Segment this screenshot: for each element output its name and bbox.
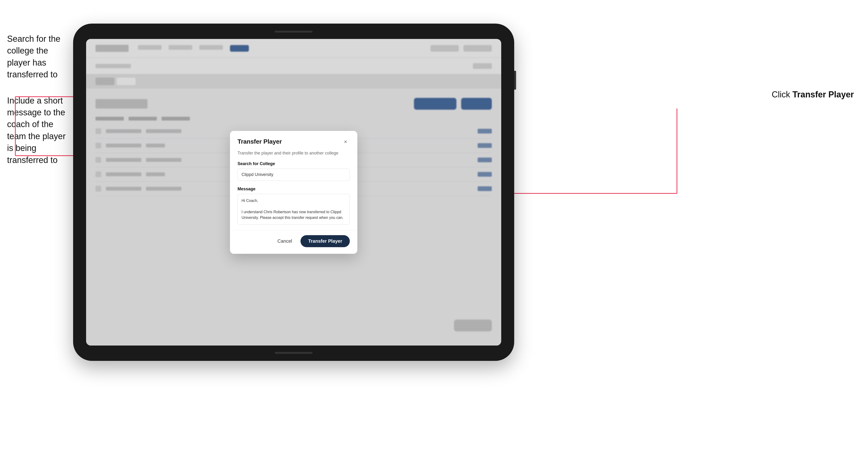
modal-footer: Cancel Transfer Player xyxy=(230,230,357,254)
transfer-player-modal: Transfer Player × Transfer the player an… xyxy=(230,131,357,254)
search-college-label: Search for College xyxy=(238,161,350,166)
modal-subtitle: Transfer the player and their profile to… xyxy=(238,151,350,156)
message-textarea[interactable]: Hi Coach,I understand Chris Robertson ha… xyxy=(238,194,350,224)
search-college-input[interactable] xyxy=(238,168,350,181)
transfer-player-button[interactable]: Transfer Player xyxy=(301,235,350,247)
annotation-click-text: Click xyxy=(772,90,793,99)
ipad-camera xyxy=(275,31,312,33)
annotation-search-text: Search for the college the player has tr… xyxy=(7,33,73,81)
ipad-side-button xyxy=(514,71,516,90)
annotation-left: Search for the college the player has tr… xyxy=(7,33,73,180)
annotation-transfer-bold: Transfer Player xyxy=(793,90,854,99)
modal-overlay: Transfer Player × Transfer the player an… xyxy=(86,39,501,346)
ipad-device: Transfer Player × Transfer the player an… xyxy=(73,24,514,361)
message-label: Message xyxy=(238,187,350,191)
modal-body: Transfer the player and their profile to… xyxy=(230,151,357,230)
annotation-right: Click Transfer Player xyxy=(772,90,854,99)
ipad-home-bar xyxy=(275,352,312,354)
ipad-screen: Transfer Player × Transfer the player an… xyxy=(86,39,501,346)
modal-header: Transfer Player × xyxy=(230,131,357,151)
cancel-button[interactable]: Cancel xyxy=(274,237,296,246)
modal-title: Transfer Player xyxy=(238,138,282,145)
modal-close-button[interactable]: × xyxy=(341,137,350,146)
annotation-message-text: Include a short message to the coach of … xyxy=(7,95,73,166)
